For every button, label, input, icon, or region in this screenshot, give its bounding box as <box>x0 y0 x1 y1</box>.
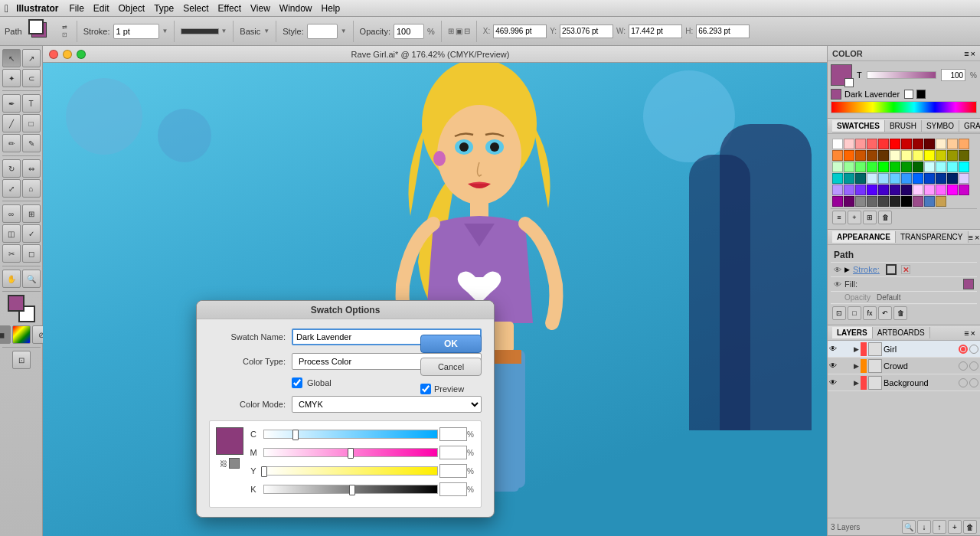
layer-move-down-btn[interactable]: ↓ <box>917 520 931 534</box>
apple-menu[interactable]:  <box>5 2 8 15</box>
tab-transparency[interactable]: TRANSPARENCY <box>896 231 969 243</box>
swatch-cell[interactable] <box>947 185 958 195</box>
swatch-cell[interactable] <box>936 173 946 184</box>
swatch-cell[interactable] <box>959 162 969 172</box>
swatch-cell[interactable] <box>878 150 889 161</box>
layer-row-bg[interactable]: 👁 ▶ Background <box>828 374 980 391</box>
default-colors-icon[interactable]: ⊡ <box>62 31 67 38</box>
swatch-cell[interactable] <box>924 162 935 172</box>
tab-layers[interactable]: LAYERS <box>832 327 873 338</box>
x-input[interactable] <box>493 25 547 38</box>
style-arrow[interactable]: ▼ <box>341 28 347 34</box>
crowd-visibility[interactable]: 👁 <box>829 361 840 370</box>
appearance-btn-1[interactable]: ⊡ <box>832 306 846 320</box>
color-stroke-mini[interactable] <box>844 78 854 87</box>
swatch-cell[interactable] <box>878 139 889 149</box>
gradient-tool[interactable]: ◫ <box>2 224 21 243</box>
h-input[interactable] <box>696 25 750 38</box>
swatch-cell[interactable] <box>959 185 969 195</box>
appearance-menu-icon[interactable]: ≡ <box>969 233 973 242</box>
swatch-cell[interactable] <box>924 150 935 161</box>
swatch-cell[interactable] <box>832 185 843 195</box>
swatch-cell[interactable] <box>855 139 866 149</box>
swap-icon[interactable]: ⇄ <box>62 24 67 31</box>
y-value-input[interactable]: 0 <box>439 464 467 478</box>
color-opacity-slider[interactable] <box>867 71 936 79</box>
y-input[interactable] <box>560 25 613 38</box>
layer-row-crowd[interactable]: 👁 ▶ Crowd <box>828 358 980 374</box>
window-controls[interactable] <box>49 50 86 59</box>
swatch-cell[interactable] <box>924 139 935 149</box>
fill-stroke-swatches[interactable] <box>28 19 53 44</box>
swatch-cell[interactable] <box>855 196 866 207</box>
swatch-cell[interactable] <box>936 196 946 207</box>
swatch-cell[interactable] <box>947 162 958 172</box>
tab-brush[interactable]: BRUSH <box>885 120 922 132</box>
reflect-tool[interactable]: ⇔ <box>22 159 41 178</box>
bg-select[interactable] <box>969 378 978 387</box>
eyedropper-tool[interactable]: ✓ <box>22 224 41 243</box>
canvas-content[interactable]: Swatch Options Swatch Name: Color Type: <box>43 63 827 536</box>
tab-symbol[interactable]: SYMBO <box>922 120 959 132</box>
swatch-cell[interactable] <box>832 196 843 207</box>
preview-checkbox-row[interactable]: Preview <box>420 384 482 394</box>
color-spectrum[interactable] <box>831 101 977 113</box>
swatch-cell[interactable] <box>924 185 935 195</box>
swatch-cell[interactable] <box>890 196 900 207</box>
swatch-cell[interactable] <box>947 139 958 149</box>
swatch-cell[interactable] <box>878 162 889 172</box>
global-checkbox[interactable] <box>292 377 302 388</box>
swatch-cell[interactable] <box>913 185 923 195</box>
layers-close-icon[interactable]: × <box>971 328 975 338</box>
selection-tool[interactable]: ↖ <box>2 49 21 67</box>
fill-color-swatch[interactable] <box>963 279 974 289</box>
swatch-cell[interactable] <box>890 185 900 195</box>
k-value-input[interactable]: 51 <box>439 482 467 496</box>
stroke-weight-input[interactable] <box>113 24 159 39</box>
swatches-menu-btn[interactable]: ⊞ <box>863 211 877 224</box>
c-value-input[interactable]: 18 <box>439 427 467 441</box>
swatches-grid[interactable] <box>831 137 977 208</box>
tab-graph[interactable]: GRAPH <box>959 120 980 132</box>
rect-tool[interactable]: □ <box>22 114 41 132</box>
gradient-btn[interactable] <box>12 325 31 344</box>
swatch-cell[interactable] <box>936 162 946 172</box>
appearance-btn-4[interactable]: ↶ <box>878 306 892 320</box>
swatch-cell[interactable] <box>890 173 900 184</box>
crowd-expand[interactable]: ▶ <box>854 362 859 370</box>
swatch-cell[interactable] <box>867 150 877 161</box>
color-panel-close[interactable]: × <box>971 49 975 58</box>
menu-object[interactable]: Object <box>119 3 145 14</box>
appearance-btn-5[interactable]: 🗑 <box>893 306 907 320</box>
screen-mode-btn[interactable]: ⊡ <box>12 351 31 369</box>
pencil-tool[interactable]: ✎ <box>22 134 41 152</box>
swatch-cell[interactable] <box>913 150 923 161</box>
scale-tool[interactable]: ⤢ <box>2 179 21 198</box>
crowd-select[interactable] <box>969 361 978 371</box>
swatch-cell[interactable] <box>890 150 900 161</box>
k-slider[interactable] <box>263 485 438 494</box>
stroke-arrow[interactable]: ▼ <box>162 28 168 34</box>
paintbrush-tool[interactable]: ✏ <box>2 134 21 152</box>
swatch-cell[interactable] <box>844 139 854 149</box>
mesh-tool[interactable]: ⊞ <box>22 204 41 223</box>
color-value-input[interactable] <box>941 69 965 81</box>
swatch-cell[interactable] <box>959 150 969 161</box>
color-mode-select[interactable]: CMYK RGB HSB <box>292 396 482 413</box>
fill-stroke-selector[interactable] <box>8 295 35 322</box>
fill-visibility-eye[interactable]: 👁 <box>834 280 841 289</box>
opacity-input[interactable]: 100 <box>394 24 424 39</box>
m-thumb[interactable] <box>348 448 354 459</box>
swatch-cell[interactable] <box>878 185 889 195</box>
layer-del-btn[interactable]: 🗑 <box>963 520 977 534</box>
swatch-cell[interactable] <box>855 162 866 172</box>
k-thumb[interactable] <box>349 485 355 495</box>
swatch-cell[interactable] <box>913 196 923 207</box>
ok-button[interactable]: OK <box>420 335 482 353</box>
swatch-cell[interactable] <box>867 139 877 149</box>
preview-checkbox[interactable] <box>420 384 431 394</box>
close-button[interactable] <box>49 50 58 59</box>
pen-tool[interactable]: ✒ <box>2 94 21 113</box>
bg-expand[interactable]: ▶ <box>854 379 859 387</box>
menu-file[interactable]: File <box>69 3 83 14</box>
